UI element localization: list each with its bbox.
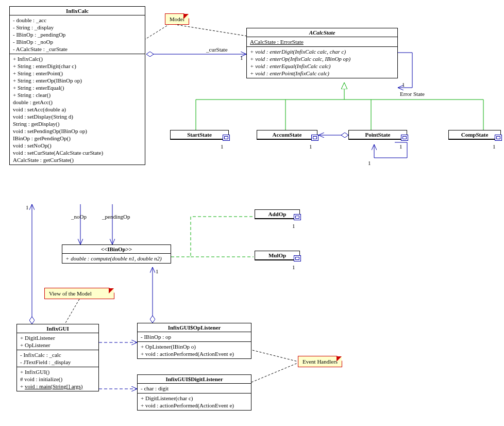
class-pointstate: PointState [348,130,407,140]
class-addop: AddOp [255,209,300,219]
class-acalcstate: ACalcState ACalcState : ErrorState + voi… [246,28,398,78]
note-handlers: Event Handlers [298,356,342,367]
class-oplistener: InfixGUI$OpListener - IBinOp : op + OpLi… [137,323,251,359]
class-accumstate: AccumState [257,130,317,140]
class-digitlistener: InfixGUI$DigitListener - char : digit + … [137,374,251,411]
class-compstate: CompState [448,130,501,140]
class-infixgui: InfixGUI + DigitListener+ OpListener - I… [16,324,99,391]
note-model: Model [165,13,189,25]
svg-line-16 [65,299,79,324]
class-startstate: StartState [170,130,229,140]
svg-line-14 [145,24,170,39]
label-noop: _noOp [71,214,87,220]
label-errorstate: Error State [400,91,425,97]
label-pendingop: _pendingOp [102,214,130,220]
class-mulop: MulOp [255,251,300,260]
note-view: View of the Model [44,288,114,299]
class-ibinop: <<IBinOp>> + double : compute(double n1,… [62,244,171,264]
svg-line-15 [170,24,247,36]
class-infixcalc: InfixCalc - double : _acc- String : _dis… [9,6,145,165]
label-curstate: _curState [206,46,228,53]
